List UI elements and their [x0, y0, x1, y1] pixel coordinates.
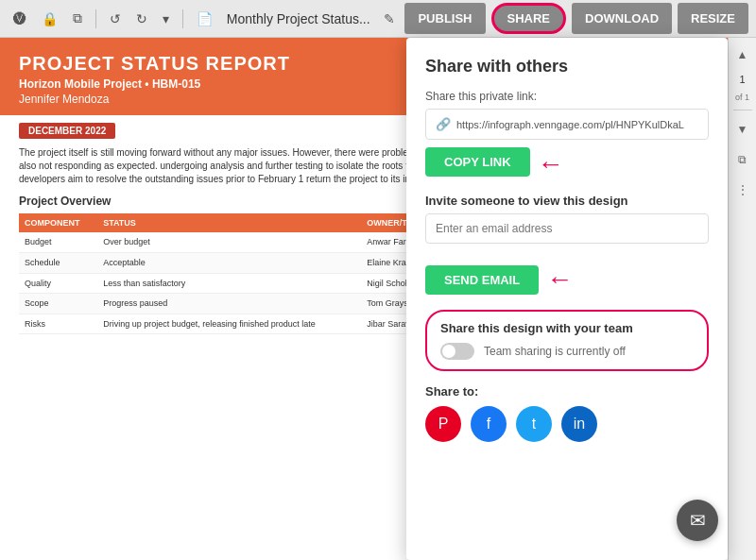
right-sidebar: ▲ 1 of 1 ▼ ⧉ ⋮	[728, 38, 756, 560]
copy-icon[interactable]: ⧉	[67, 7, 88, 30]
copy-arrow-icon: ←	[538, 149, 564, 179]
email-input[interactable]	[425, 213, 709, 244]
pinterest-button[interactable]: P	[425, 406, 461, 442]
twitter-button[interactable]: t	[516, 406, 552, 442]
document-title: Monthly Project Status...	[222, 11, 374, 26]
team-toggle-row: Team sharing is currently off	[440, 343, 694, 360]
private-link-label: Share this private link:	[425, 90, 709, 103]
send-arrow-icon: ←	[546, 264, 573, 295]
share-button[interactable]: SHARE	[491, 3, 567, 34]
cell-status: Acceptable	[97, 252, 361, 273]
share-to-label: Share to:	[425, 384, 709, 399]
share-panel: Share with others Share this private lin…	[406, 38, 728, 560]
share-panel-title: Share with others	[425, 57, 709, 76]
scroll-up-button[interactable]: ▲	[731, 43, 754, 66]
link-url: https://infograph.venngage.com/pl/HNPYKu…	[456, 119, 684, 130]
invite-section: Invite someone to view this design	[425, 194, 709, 251]
page-icon[interactable]: 📄	[191, 8, 218, 30]
copy-pages-button[interactable]: ⧉	[731, 148, 754, 171]
lock-icon[interactable]: 🔒	[36, 8, 63, 30]
linkedin-button[interactable]: in	[561, 406, 597, 442]
send-email-button[interactable]: SEND EMAIL	[425, 265, 539, 295]
cell-component: Schedule	[19, 252, 97, 273]
social-icons: P f t in	[425, 406, 709, 442]
invite-label: Invite someone to view this design	[425, 194, 709, 208]
cell-component: Budget	[19, 232, 97, 252]
scroll-down-button[interactable]: ▼	[731, 118, 754, 141]
more-options-button[interactable]: ⋮	[731, 178, 754, 201]
team-sharing-toggle[interactable]	[440, 343, 474, 360]
send-row: SEND EMAIL ←	[425, 264, 709, 295]
copy-link-button[interactable]: COPY LINK	[425, 147, 530, 177]
link-box: 🔗 https://infograph.venngage.com/pl/HNPY…	[425, 109, 709, 140]
edit-title-icon[interactable]: ✎	[378, 8, 401, 30]
page-number: 1	[739, 74, 745, 85]
cell-component: Scope	[19, 294, 97, 314]
date-badge: DECEMBER 2022	[19, 123, 115, 139]
copy-row: COPY LINK ←	[425, 147, 709, 180]
chevron-down-icon[interactable]: ▾	[157, 8, 175, 30]
cell-status: Driving up project budget, releasing fin…	[97, 314, 361, 334]
team-share-section: Share this design with your team Team sh…	[425, 310, 709, 371]
link-icon: 🔗	[436, 117, 451, 131]
download-button[interactable]: DOWNLOAD	[572, 3, 672, 34]
team-status-text: Team sharing is currently off	[484, 345, 626, 358]
cell-component: Risks	[19, 314, 97, 334]
facebook-button[interactable]: f	[471, 406, 507, 442]
share-to-section: Share to: P f t in	[425, 384, 709, 442]
resize-button[interactable]: RESIZE	[678, 3, 748, 34]
cell-status: Less than satisfactory	[97, 273, 361, 294]
col-component: COMPONENT	[19, 213, 97, 233]
col-status: STATUS	[97, 213, 361, 233]
page-of: of 1	[735, 93, 749, 102]
chat-button[interactable]: ✉	[677, 500, 718, 541]
cell-status: Progress paused	[97, 294, 361, 314]
team-share-title: Share this design with your team	[440, 321, 694, 335]
cell-component: Quality	[19, 273, 97, 294]
toolbar: 🅥 🔒 ⧉ ↺ ↻ ▾ 📄 Monthly Project Status... …	[0, 0, 756, 38]
toolbar-actions: PUBLISH SHARE DOWNLOAD RESIZE	[404, 3, 748, 34]
logo-icon[interactable]: 🅥	[8, 8, 32, 30]
redo-icon[interactable]: ↻	[130, 8, 153, 30]
publish-button[interactable]: PUBLISH	[404, 3, 485, 34]
cell-status: Over budget	[97, 232, 361, 252]
undo-icon[interactable]: ↺	[104, 8, 127, 30]
